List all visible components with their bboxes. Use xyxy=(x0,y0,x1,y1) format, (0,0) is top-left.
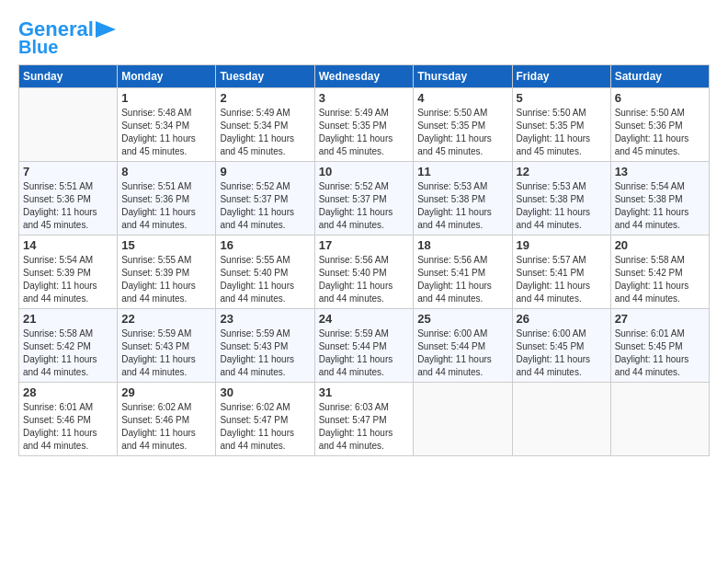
logo-text-blue: Blue xyxy=(18,37,58,57)
day-info: Sunrise: 5:58 AM Sunset: 5:42 PM Dayligh… xyxy=(23,327,113,379)
day-info: Sunrise: 5:51 AM Sunset: 5:36 PM Dayligh… xyxy=(23,180,113,232)
calendar-cell: 21Sunrise: 5:58 AM Sunset: 5:42 PM Dayli… xyxy=(19,309,118,383)
calendar-cell: 29Sunrise: 6:02 AM Sunset: 5:46 PM Dayli… xyxy=(118,383,216,456)
day-info: Sunrise: 5:49 AM Sunset: 5:35 PM Dayligh… xyxy=(319,107,410,158)
day-info: Sunrise: 6:00 AM Sunset: 5:45 PM Dayligh… xyxy=(517,327,607,379)
day-number: 14 xyxy=(23,238,113,252)
day-info: Sunrise: 5:48 AM Sunset: 5:34 PM Dayligh… xyxy=(121,107,211,158)
calendar-cell: 28Sunrise: 6:01 AM Sunset: 5:46 PM Dayli… xyxy=(19,383,118,456)
calendar-week-row: 1Sunrise: 5:48 AM Sunset: 5:34 PM Daylig… xyxy=(19,88,710,162)
calendar-cell: 24Sunrise: 5:59 AM Sunset: 5:44 PM Dayli… xyxy=(314,309,414,383)
day-number: 22 xyxy=(121,312,211,326)
day-number: 3 xyxy=(319,91,410,105)
day-number: 18 xyxy=(417,238,507,252)
day-info: Sunrise: 5:53 AM Sunset: 5:38 PM Dayligh… xyxy=(517,180,607,232)
calendar-table: SundayMondayTuesdayWednesdayThursdayFrid… xyxy=(18,64,710,456)
day-info: Sunrise: 5:57 AM Sunset: 5:41 PM Dayligh… xyxy=(517,254,607,305)
day-info: Sunrise: 5:49 AM Sunset: 5:34 PM Dayligh… xyxy=(220,107,310,158)
calendar-cell: 3Sunrise: 5:49 AM Sunset: 5:35 PM Daylig… xyxy=(314,88,414,162)
weekday-header-monday: Monday xyxy=(118,65,216,88)
day-number: 21 xyxy=(23,312,113,326)
day-number: 11 xyxy=(417,165,507,178)
calendar-cell: 17Sunrise: 5:56 AM Sunset: 5:40 PM Dayli… xyxy=(314,236,414,309)
calendar-cell: 11Sunrise: 5:53 AM Sunset: 5:38 PM Dayli… xyxy=(414,162,512,236)
calendar-cell xyxy=(19,88,118,162)
day-info: Sunrise: 6:00 AM Sunset: 5:44 PM Dayligh… xyxy=(417,327,507,379)
calendar-cell xyxy=(512,383,610,456)
calendar-cell: 18Sunrise: 5:56 AM Sunset: 5:41 PM Dayli… xyxy=(414,236,512,309)
weekday-header-thursday: Thursday xyxy=(414,65,512,88)
day-info: Sunrise: 5:59 AM Sunset: 5:43 PM Dayligh… xyxy=(220,327,310,379)
calendar-cell xyxy=(414,383,512,456)
calendar-cell: 12Sunrise: 5:53 AM Sunset: 5:38 PM Dayli… xyxy=(512,162,610,236)
day-info: Sunrise: 5:51 AM Sunset: 5:36 PM Dayligh… xyxy=(121,180,211,232)
weekday-header-sunday: Sunday xyxy=(19,65,118,88)
day-number: 17 xyxy=(319,238,410,252)
calendar-cell: 4Sunrise: 5:50 AM Sunset: 5:35 PM Daylig… xyxy=(414,88,512,162)
day-number: 25 xyxy=(417,312,507,326)
calendar-cell: 6Sunrise: 5:50 AM Sunset: 5:36 PM Daylig… xyxy=(610,88,709,162)
page-header: General Blue xyxy=(18,18,710,57)
weekday-header-tuesday: Tuesday xyxy=(216,65,314,88)
day-number: 4 xyxy=(417,91,507,105)
day-number: 6 xyxy=(615,91,705,105)
day-number: 8 xyxy=(121,165,211,178)
calendar-cell: 25Sunrise: 6:00 AM Sunset: 5:44 PM Dayli… xyxy=(414,309,512,383)
calendar-cell: 27Sunrise: 6:01 AM Sunset: 5:45 PM Dayli… xyxy=(610,309,709,383)
calendar-cell: 10Sunrise: 5:52 AM Sunset: 5:37 PM Dayli… xyxy=(314,162,414,236)
calendar-cell: 7Sunrise: 5:51 AM Sunset: 5:36 PM Daylig… xyxy=(19,162,118,236)
day-number: 13 xyxy=(615,165,705,178)
day-number: 12 xyxy=(517,165,607,178)
day-number: 20 xyxy=(615,238,705,252)
day-info: Sunrise: 5:56 AM Sunset: 5:40 PM Dayligh… xyxy=(319,254,410,305)
calendar-cell: 14Sunrise: 5:54 AM Sunset: 5:39 PM Dayli… xyxy=(19,236,118,309)
calendar-cell: 8Sunrise: 5:51 AM Sunset: 5:36 PM Daylig… xyxy=(118,162,216,236)
day-number: 28 xyxy=(23,385,113,399)
calendar-cell: 31Sunrise: 6:03 AM Sunset: 5:47 PM Dayli… xyxy=(314,383,414,456)
day-number: 26 xyxy=(517,312,607,326)
calendar-cell: 5Sunrise: 5:50 AM Sunset: 5:35 PM Daylig… xyxy=(512,88,610,162)
day-info: Sunrise: 5:59 AM Sunset: 5:43 PM Dayligh… xyxy=(121,327,211,379)
day-number: 27 xyxy=(615,312,705,326)
day-info: Sunrise: 5:56 AM Sunset: 5:41 PM Dayligh… xyxy=(417,254,507,305)
logo: General Blue xyxy=(18,18,116,57)
svg-marker-0 xyxy=(96,21,116,38)
calendar-cell: 16Sunrise: 5:55 AM Sunset: 5:40 PM Dayli… xyxy=(216,236,314,309)
day-info: Sunrise: 5:54 AM Sunset: 5:39 PM Dayligh… xyxy=(23,254,113,305)
day-info: Sunrise: 5:50 AM Sunset: 5:35 PM Dayligh… xyxy=(417,107,507,158)
day-info: Sunrise: 5:54 AM Sunset: 5:38 PM Dayligh… xyxy=(615,180,705,232)
day-info: Sunrise: 5:55 AM Sunset: 5:40 PM Dayligh… xyxy=(220,254,310,305)
day-number: 24 xyxy=(319,312,410,326)
calendar-cell: 20Sunrise: 5:58 AM Sunset: 5:42 PM Dayli… xyxy=(610,236,709,309)
calendar-cell: 22Sunrise: 5:59 AM Sunset: 5:43 PM Dayli… xyxy=(118,309,216,383)
day-info: Sunrise: 6:01 AM Sunset: 5:46 PM Dayligh… xyxy=(23,401,113,453)
calendar-cell: 15Sunrise: 5:55 AM Sunset: 5:39 PM Dayli… xyxy=(118,236,216,309)
calendar-week-row: 7Sunrise: 5:51 AM Sunset: 5:36 PM Daylig… xyxy=(19,162,710,236)
day-info: Sunrise: 5:53 AM Sunset: 5:38 PM Dayligh… xyxy=(417,180,507,232)
calendar-cell: 30Sunrise: 6:02 AM Sunset: 5:47 PM Dayli… xyxy=(216,383,314,456)
day-number: 5 xyxy=(517,91,607,105)
day-number: 1 xyxy=(121,91,211,105)
weekday-header-wednesday: Wednesday xyxy=(314,65,414,88)
calendar-cell xyxy=(610,383,709,456)
calendar-week-row: 28Sunrise: 6:01 AM Sunset: 5:46 PM Dayli… xyxy=(19,383,710,456)
day-number: 19 xyxy=(517,238,607,252)
calendar-week-row: 21Sunrise: 5:58 AM Sunset: 5:42 PM Dayli… xyxy=(19,309,710,383)
day-info: Sunrise: 5:52 AM Sunset: 5:37 PM Dayligh… xyxy=(220,180,310,232)
day-info: Sunrise: 5:59 AM Sunset: 5:44 PM Dayligh… xyxy=(319,327,410,379)
calendar-cell: 1Sunrise: 5:48 AM Sunset: 5:34 PM Daylig… xyxy=(118,88,216,162)
day-info: Sunrise: 6:02 AM Sunset: 5:47 PM Dayligh… xyxy=(220,401,310,453)
day-number: 31 xyxy=(319,385,410,399)
day-info: Sunrise: 6:02 AM Sunset: 5:46 PM Dayligh… xyxy=(121,401,211,453)
day-info: Sunrise: 5:52 AM Sunset: 5:37 PM Dayligh… xyxy=(319,180,410,232)
day-number: 9 xyxy=(220,165,310,178)
day-info: Sunrise: 5:55 AM Sunset: 5:39 PM Dayligh… xyxy=(121,254,211,305)
day-number: 23 xyxy=(220,312,310,326)
day-number: 10 xyxy=(319,165,410,178)
day-number: 29 xyxy=(121,385,211,399)
weekday-header-saturday: Saturday xyxy=(610,65,709,88)
weekday-header-row: SundayMondayTuesdayWednesdayThursdayFrid… xyxy=(19,65,710,88)
calendar-cell: 19Sunrise: 5:57 AM Sunset: 5:41 PM Dayli… xyxy=(512,236,610,309)
day-number: 2 xyxy=(220,91,310,105)
day-number: 30 xyxy=(220,385,310,399)
